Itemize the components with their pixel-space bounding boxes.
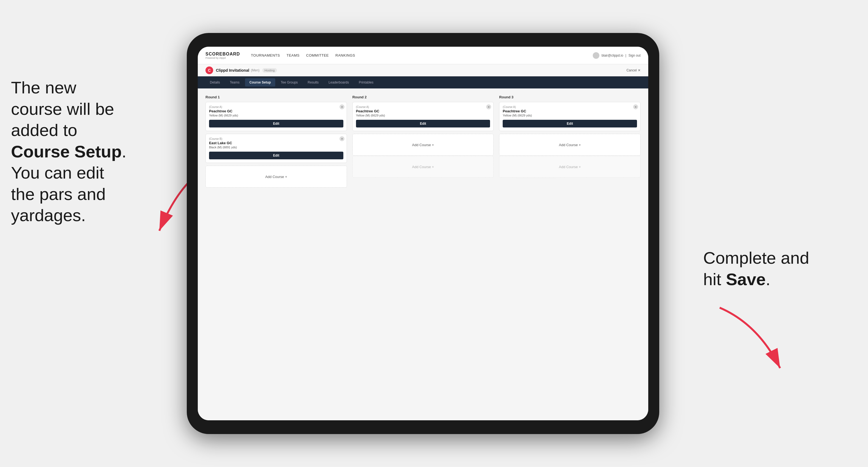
right-annotation-save: Save xyxy=(726,270,766,289)
round-2-add-course-label: Add Course + xyxy=(412,143,434,147)
tab-tee-groups[interactable]: Tee Groups xyxy=(276,78,302,87)
tournament-bar: C Clippd Invitational (Men) Hosting Canc… xyxy=(198,64,648,76)
round-1-course-b-details: Black (M) (6891 yds) xyxy=(209,146,343,149)
round-3-course-a-edit-button[interactable]: Edit xyxy=(503,120,637,127)
round-3-add-course-disabled-label: Add Course + xyxy=(559,165,581,169)
cancel-button[interactable]: Cancel ✕ xyxy=(626,68,641,72)
powered-by-text: Powered by clippd xyxy=(206,57,240,59)
nav-user-area: blair@clippd.io | Sign out xyxy=(593,52,641,59)
round-1-course-a-name: Peachtree GC xyxy=(209,109,343,113)
round-1-course-a-badge: (Course A) xyxy=(209,105,343,108)
round-3-add-course-disabled: Add Course + xyxy=(499,156,641,178)
right-annotation: Complete and hit Save. xyxy=(703,247,835,290)
round-1-course-a-details: Yellow (M) (6629 yds) xyxy=(209,114,343,117)
round-3-add-course-button[interactable]: Add Course + xyxy=(499,134,641,156)
round-2-title: Round 2 xyxy=(352,95,494,99)
round-2-add-course-button[interactable]: Add Course + xyxy=(352,134,494,156)
round-2-add-course-disabled: Add Course + xyxy=(352,156,494,178)
tab-course-setup[interactable]: Course Setup xyxy=(245,78,275,87)
nav-teams[interactable]: TEAMS xyxy=(286,53,300,57)
main-nav: TOURNAMENTS TEAMS COMMITTEE RANKINGS xyxy=(251,53,355,57)
tablet-screen: SCOREBOARD Powered by clippd TOURNAMENTS… xyxy=(198,47,648,420)
tab-bar: Details Teams Course Setup Tee Groups Re… xyxy=(198,76,648,89)
right-arrow-icon xyxy=(703,302,791,379)
round-3-course-a-card: ✕ (Course A) Peachtree GC Yellow (M) (66… xyxy=(499,102,641,131)
app-logo: SCOREBOARD Powered by clippd xyxy=(206,52,240,59)
tab-leaderboards[interactable]: Leaderboards xyxy=(324,78,353,87)
annotation-line6: the pars and xyxy=(11,185,106,204)
round-1-course-a-card: ✕ (Course A) Peachtree GC Yellow (M) (66… xyxy=(206,102,347,131)
tournament-name: Clippd Invitational xyxy=(216,68,249,72)
round-3-course-a-badge: (Course A) xyxy=(503,105,637,108)
round-3-course-a-name: Peachtree GC xyxy=(503,109,637,113)
round-1-column: Round 1 ✕ (Course A) Peachtree GC Yellow… xyxy=(206,95,347,188)
right-annotation-line1: Complete and xyxy=(703,248,809,267)
round-1-title: Round 1 xyxy=(206,95,347,99)
avatar xyxy=(593,52,599,59)
annotation-line1: The new xyxy=(11,78,76,97)
round-3-column: Round 3 ✕ (Course A) Peachtree GC Yellow… xyxy=(499,95,641,188)
nav-committee[interactable]: COMMITTEE xyxy=(306,53,329,57)
annotation-line5: You can edit xyxy=(11,163,104,182)
round-1-course-b-name: East Lake GC xyxy=(209,141,343,145)
round-1-course-b-card: ✕ (Course B) East Lake GC Black (M) (689… xyxy=(206,134,347,163)
tab-details[interactable]: Details xyxy=(206,78,224,87)
rounds-grid: Round 1 ✕ (Course A) Peachtree GC Yellow… xyxy=(206,95,641,188)
annotation-line3: added to xyxy=(11,121,77,139)
round-1-course-b-edit-button[interactable]: Edit xyxy=(209,152,343,159)
round-3-course-a-delete-button[interactable]: ✕ xyxy=(633,104,638,109)
round-2-course-a-details: Yellow (M) (6629 yds) xyxy=(356,114,490,117)
nav-rankings[interactable]: RANKINGS xyxy=(335,53,355,57)
scoreboard-logo-text: SCOREBOARD xyxy=(206,52,240,57)
tab-printables[interactable]: Printables xyxy=(354,78,378,87)
round-2-course-a-delete-button[interactable]: ✕ xyxy=(486,104,491,109)
round-3-add-course-label: Add Course + xyxy=(559,143,581,147)
annotation-line4-bold: Course Setup xyxy=(11,142,122,161)
round-2-course-a-badge: (Course A) xyxy=(356,105,490,108)
annotation-line7: yardages. xyxy=(11,206,86,225)
hosting-badge: Hosting xyxy=(262,68,277,72)
round-3-title: Round 3 xyxy=(499,95,641,99)
round-1-course-a-edit-button[interactable]: Edit xyxy=(209,120,343,127)
round-3-course-a-details: Yellow (M) (6629 yds) xyxy=(503,114,637,117)
user-email: blair@clippd.io xyxy=(601,54,623,57)
nav-tournaments[interactable]: TOURNAMENTS xyxy=(251,53,280,57)
annotation-line2: course will be xyxy=(11,99,114,118)
nav-bar: SCOREBOARD Powered by clippd TOURNAMENTS… xyxy=(198,47,648,64)
round-1-add-course-label: Add Course + xyxy=(265,175,287,179)
round-2-course-a-edit-button[interactable]: Edit xyxy=(356,120,490,127)
round-2-course-a-name: Peachtree GC xyxy=(356,109,490,113)
sign-out-link[interactable]: Sign out xyxy=(628,54,641,57)
tournament-division: (Men) xyxy=(251,68,259,72)
round-2-column: Round 2 ✕ (Course A) Peachtree GC Yellow… xyxy=(352,95,494,188)
round-1-add-course-button[interactable]: Add Course + xyxy=(206,166,347,188)
round-1-course-b-delete-button[interactable]: ✕ xyxy=(340,136,344,141)
round-2-course-a-card: ✕ (Course A) Peachtree GC Yellow (M) (66… xyxy=(352,102,494,131)
tablet-device: SCOREBOARD Powered by clippd TOURNAMENTS… xyxy=(187,33,659,434)
tournament-logo: C xyxy=(206,66,213,74)
round-2-add-course-disabled-label: Add Course + xyxy=(412,165,434,169)
main-content: Round 1 ✕ (Course A) Peachtree GC Yellow… xyxy=(198,89,648,420)
tab-teams[interactable]: Teams xyxy=(225,78,244,87)
tab-results[interactable]: Results xyxy=(303,78,323,87)
round-1-course-b-badge: (Course B) xyxy=(209,137,343,141)
round-1-course-a-delete-button[interactable]: ✕ xyxy=(340,104,344,109)
